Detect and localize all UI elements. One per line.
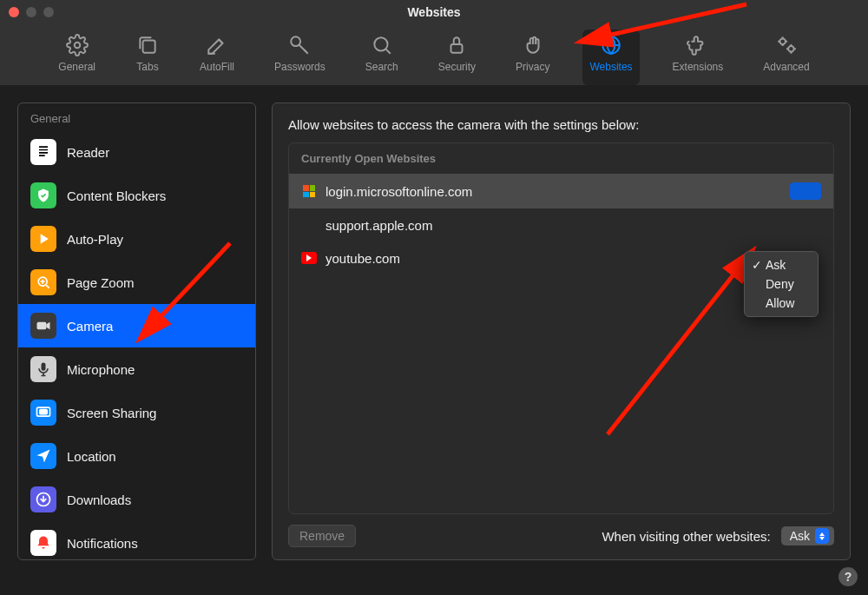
play-icon: [30, 226, 56, 252]
toolbar-item-general[interactable]: General: [51, 30, 102, 85]
globe-icon: [599, 33, 623, 57]
youtube-icon: [301, 250, 317, 266]
gears-icon: [774, 33, 799, 57]
toolbar-item-advanced[interactable]: Advanced: [756, 30, 816, 85]
help-button[interactable]: ?: [838, 567, 858, 586]
key-icon: [287, 33, 312, 57]
sidebar-label: Reader: [67, 145, 109, 160]
toolbar-item-tabs[interactable]: Tabs: [128, 30, 167, 85]
close-window-button[interactable]: [9, 7, 19, 17]
toolbar-label: Passwords: [274, 61, 326, 73]
toolbar-label: Extensions: [673, 61, 724, 73]
svg-point-7: [788, 46, 794, 52]
toolbar-item-autofill[interactable]: AutoFill: [193, 30, 241, 85]
sidebar-label: Page Zoom: [67, 275, 135, 290]
screen-sharing-icon: [30, 400, 56, 426]
toolbar-item-passwords[interactable]: Passwords: [267, 30, 332, 85]
content: General Reader Content Blockers Auto-Pla…: [0, 85, 868, 595]
sidebar-item-content-blockers[interactable]: Content Blockers: [18, 174, 255, 217]
sidebar-label: Content Blockers: [67, 188, 166, 203]
main-heading: Allow websites to access the camera with…: [288, 117, 834, 132]
microphone-icon: [30, 356, 56, 382]
dropdown-item-ask[interactable]: Ask: [745, 255, 818, 274]
toolbar-label: Privacy: [516, 61, 549, 73]
site-list-header: Currently Open Websites: [289, 143, 833, 174]
sidebar: General Reader Content Blockers Auto-Pla…: [17, 102, 256, 560]
site-row[interactable]: login.microsoftonline.com: [289, 174, 833, 208]
title-bar: Websites: [0, 0, 868, 24]
site-permission-select[interactable]: [790, 182, 821, 200]
toolbar-item-security[interactable]: Security: [431, 30, 483, 85]
toolbar-label: AutoFill: [200, 61, 234, 73]
toolbar-item-search[interactable]: Search: [358, 30, 405, 85]
toolbar-item-privacy[interactable]: Privacy: [509, 30, 556, 85]
location-icon: [30, 443, 56, 469]
minimize-window-button[interactable]: [26, 7, 36, 17]
svg-point-0: [74, 43, 80, 49]
sidebar-header: General: [18, 109, 255, 130]
other-websites-value: Ask: [790, 529, 810, 543]
site-host: login.microsoftonline.com: [326, 184, 472, 199]
microsoft-icon: [301, 183, 317, 199]
sidebar-item-notifications[interactable]: Notifications: [18, 521, 255, 565]
sidebar-label: Auto-Play: [67, 232, 123, 247]
toolbar-label: Search: [365, 61, 398, 73]
window-title: Websites: [407, 5, 460, 19]
sidebar-label: Camera: [67, 319, 113, 334]
bottom-row: Remove When visiting other websites: Ask: [288, 525, 834, 547]
site-host: support.apple.com: [326, 218, 432, 233]
site-row[interactable]: support.apple.com: [289, 208, 833, 241]
search-icon: [370, 33, 394, 57]
sidebar-item-location[interactable]: Location: [18, 434, 255, 478]
toolbar-label: Tabs: [136, 61, 158, 73]
download-icon: [30, 486, 56, 512]
autofill-icon: [205, 33, 229, 57]
sidebar-item-page-zoom[interactable]: Page Zoom: [18, 261, 255, 304]
hand-icon: [521, 33, 545, 57]
svg-point-3: [374, 37, 387, 50]
lock-icon: [444, 33, 469, 57]
zoom-icon: [30, 269, 56, 295]
svg-rect-12: [40, 410, 47, 414]
dropdown-item-allow[interactable]: Allow: [745, 294, 818, 313]
sidebar-label: Microphone: [67, 362, 135, 377]
tabs-icon: [135, 33, 160, 57]
toolbar-label: Advanced: [763, 61, 809, 73]
other-websites-select[interactable]: Ask: [781, 526, 834, 545]
shield-icon: [30, 182, 56, 208]
sidebar-item-camera[interactable]: Camera: [18, 304, 255, 347]
main-panel: Allow websites to access the camera with…: [272, 102, 851, 560]
sidebar-item-screen-sharing[interactable]: Screen Sharing: [18, 391, 255, 434]
dropdown-item-deny[interactable]: Deny: [745, 274, 818, 294]
camera-icon: [30, 313, 56, 339]
sidebar-item-microphone[interactable]: Microphone: [18, 347, 255, 391]
sidebar-label: Screen Sharing: [67, 406, 156, 420]
remove-button[interactable]: Remove: [288, 525, 356, 547]
bell-icon: [30, 530, 56, 556]
toolbar-label: Websites: [589, 61, 632, 73]
traffic-lights: [9, 7, 54, 17]
sidebar-label: Downloads: [67, 493, 131, 507]
svg-rect-9: [37, 322, 47, 329]
svg-rect-10: [42, 363, 46, 371]
sidebar-item-auto-play[interactable]: Auto-Play: [18, 217, 255, 261]
toolbar-label: General: [58, 61, 95, 73]
stepper-arrows-icon: [815, 528, 829, 544]
site-host: youtube.com: [326, 251, 400, 266]
site-list: Currently Open Websites login.microsofto…: [288, 142, 834, 514]
apple-icon: [301, 217, 317, 233]
puzzle-icon: [686, 33, 710, 57]
toolbar-item-extensions[interactable]: Extensions: [666, 30, 731, 85]
sidebar-item-downloads[interactable]: Downloads: [18, 478, 255, 521]
permission-dropdown: Ask Deny Allow: [744, 251, 819, 317]
gear-icon: [65, 33, 89, 57]
sidebar-item-reader[interactable]: Reader: [18, 130, 255, 174]
svg-rect-1: [143, 41, 155, 53]
svg-point-6: [779, 38, 786, 44]
toolbar-label: Security: [438, 61, 476, 73]
zoom-window-button[interactable]: [43, 7, 54, 17]
other-websites-label: When visiting other websites:: [602, 529, 770, 544]
toolbar-item-websites[interactable]: Websites: [582, 30, 639, 85]
svg-rect-4: [451, 44, 463, 53]
preferences-toolbar: General Tabs AutoFill Passwords Search S…: [0, 24, 868, 85]
